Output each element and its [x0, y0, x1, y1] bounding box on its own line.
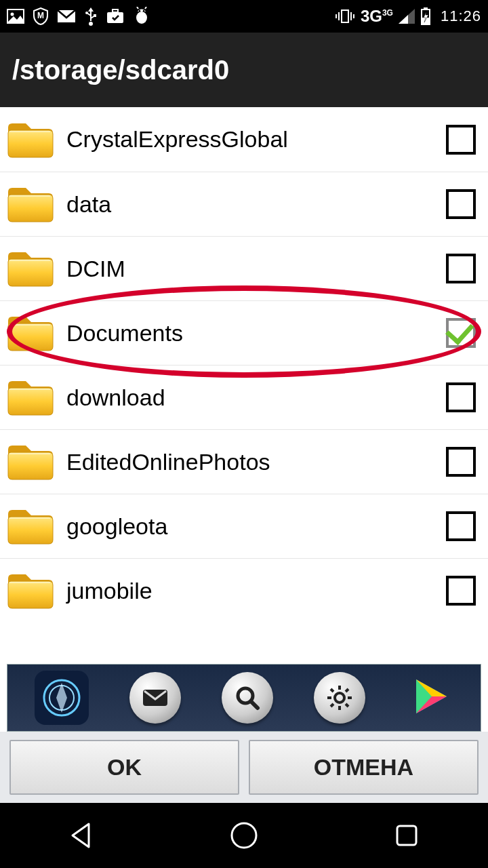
status-time: 11:26 [441, 7, 481, 25]
ad-banner[interactable] [7, 664, 481, 732]
folder-checkbox[interactable] [446, 318, 476, 348]
nav-recent-button[interactable] [366, 812, 447, 859]
status-right: 3G3G 11:26 [335, 7, 481, 26]
folder-checkbox[interactable] [446, 254, 476, 283]
svg-line-35 [346, 689, 348, 692]
svg-point-12 [139, 10, 141, 12]
folder-checkbox[interactable] [446, 511, 476, 541]
folder-name: CrystalExpressGlobal [66, 126, 446, 153]
svg-point-36 [232, 823, 256, 848]
android-nav-bar [0, 803, 488, 868]
svg-rect-7 [107, 12, 123, 23]
folder-row[interactable]: Documents [0, 300, 488, 365]
folder-row[interactable]: CrystalExpressGlobal [0, 107, 488, 172]
folder-name: data [66, 191, 446, 218]
folder-name: googleota [66, 513, 446, 540]
folder-row[interactable]: EditedOnlinePhotos [0, 429, 488, 494]
svg-point-1 [11, 13, 14, 16]
status-bar: M 3G3G 11:26 [0, 0, 488, 33]
picture-icon [7, 9, 24, 24]
battery-charging-icon [420, 7, 431, 25]
current-path: /storage/sdcard0 [12, 55, 229, 85]
folder-row[interactable]: data [0, 172, 488, 236]
svg-rect-37 [397, 826, 416, 845]
folder-checkbox[interactable] [446, 189, 476, 219]
ad-search-icon [222, 672, 273, 724]
svg-text:M: M [37, 11, 44, 20]
folder-name: DCIM [66, 256, 446, 282]
folder-row[interactable]: DCIM [0, 236, 488, 300]
ad-mail-icon [129, 672, 181, 724]
folder-row[interactable]: googleota [0, 494, 488, 558]
briefcase-icon [106, 8, 125, 24]
folder-name: EditedOnlinePhotos [66, 449, 446, 475]
nav-back-button[interactable] [41, 812, 122, 859]
svg-rect-20 [424, 7, 428, 9]
folder-name: Documents [66, 320, 446, 347]
file-list: CrystalExpressGlobal data DCIM Documents… [0, 107, 488, 664]
nav-home-button[interactable] [203, 812, 285, 859]
ad-play-icon [406, 673, 453, 723]
folder-name: download [66, 384, 446, 411]
folder-checkbox[interactable] [446, 382, 476, 412]
status-left: M [7, 6, 150, 26]
svg-rect-6 [94, 14, 96, 17]
folder-row[interactable]: download [0, 365, 488, 429]
signal-icon [399, 9, 415, 24]
usb-icon [84, 6, 98, 26]
svg-line-34 [331, 704, 333, 707]
shield-icon: M [33, 7, 49, 25]
network-3g-icon: 3G3G [361, 7, 393, 26]
svg-point-4 [89, 22, 93, 26]
svg-rect-14 [342, 10, 348, 22]
title-bar: /storage/sdcard0 [0, 33, 488, 107]
folder-checkbox[interactable] [446, 576, 476, 606]
svg-point-9 [136, 12, 147, 24]
svg-rect-8 [113, 9, 118, 12]
svg-point-13 [143, 10, 145, 12]
cancel-button[interactable]: ОТМЕНА [249, 740, 479, 795]
folder-name: jumobile [66, 578, 446, 604]
folder-row[interactable]: jumobile [0, 558, 488, 623]
ad-app-icon [35, 671, 89, 725]
svg-point-5 [85, 12, 88, 14]
svg-line-32 [331, 689, 333, 692]
gmail-icon [57, 9, 76, 23]
button-bar: OK ОТМЕНА [0, 732, 488, 803]
ok-button[interactable]: OK [9, 740, 239, 795]
svg-line-33 [346, 704, 348, 707]
svg-point-27 [335, 693, 344, 703]
folder-checkbox[interactable] [446, 125, 476, 155]
vibrate-icon [335, 8, 355, 24]
ad-settings-icon [314, 672, 365, 724]
svg-line-26 [251, 701, 258, 708]
svg-line-11 [145, 7, 146, 9]
android-debug-icon [133, 7, 150, 26]
folder-checkbox[interactable] [446, 447, 476, 477]
svg-line-10 [137, 7, 138, 9]
